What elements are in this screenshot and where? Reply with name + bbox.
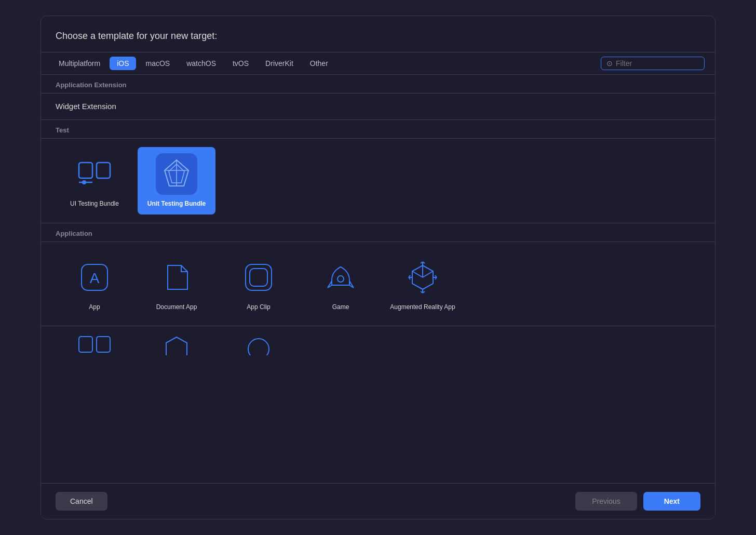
bottom-icon-partial-3 [238, 335, 279, 355]
filter-icon: ⊙ [606, 59, 613, 68]
bottom-partial-row [41, 326, 715, 359]
tabs-container: Multiplatform iOS macOS watchOS tvOS Dri… [51, 52, 335, 74]
bottom-icon-1 [56, 335, 133, 355]
template-dialog: Choose a template for your new target: M… [40, 16, 716, 519]
previous-button[interactable]: Previous [575, 492, 637, 511]
tab-ios[interactable]: iOS [110, 57, 136, 70]
template-item-augmented-reality-app[interactable]: Augmented Reality App [384, 250, 462, 318]
ar-icon-box [402, 257, 443, 298]
next-button[interactable]: Next [643, 492, 700, 511]
bottom-icon-partial-1 [74, 335, 115, 355]
bottom-icon-3 [220, 335, 298, 355]
svg-rect-0 [79, 163, 92, 178]
svg-marker-31 [166, 337, 187, 355]
bottom-icon-partial-2 [156, 335, 197, 355]
test-items-grid: UI Testing Bundle Unit Testing Bundle [56, 147, 700, 215]
unit-test-icon-box [156, 153, 197, 195]
template-item-unit-testing-bundle[interactable]: Unit Testing Bundle [138, 147, 215, 215]
widget-extension-label: Widget Extension [56, 102, 116, 111]
svg-rect-30 [97, 337, 110, 352]
ui-test-icon-box [74, 153, 115, 195]
tab-driverkit[interactable]: DriverKit [258, 57, 301, 70]
dialog-footer: Cancel Previous Next [41, 483, 715, 519]
template-item-app[interactable]: A App [56, 250, 133, 318]
clip-icon-box [238, 257, 279, 298]
tab-other[interactable]: Other [303, 57, 335, 70]
svg-rect-1 [97, 163, 110, 178]
section-header-test: Test [41, 120, 715, 139]
template-item-document-app[interactable]: Document App [138, 250, 215, 318]
svg-point-12 [338, 276, 344, 282]
svg-point-32 [248, 339, 269, 355]
svg-point-3 [82, 180, 86, 184]
filter-box[interactable]: ⊙ [601, 57, 705, 70]
svg-line-16 [423, 271, 433, 277]
dialog-title: Choose a template for your new target: [41, 31, 715, 52]
tab-tvos[interactable]: tvOS [225, 57, 256, 70]
test-section-content: UI Testing Bundle Unit Testing Bundle [41, 139, 715, 223]
application-items-grid: A App Document App [56, 250, 700, 318]
section-header-application: Application [41, 223, 715, 242]
app-label: App [89, 303, 100, 312]
app-icon-box: A [74, 257, 115, 298]
augmented-reality-app-label: Augmented Reality App [390, 303, 455, 312]
document-icon-box [156, 257, 197, 298]
unit-testing-bundle-label: Unit Testing Bundle [147, 200, 206, 208]
navigation-buttons: Previous Next [575, 492, 700, 511]
widget-extension-row: Widget Extension [41, 93, 715, 120]
template-item-app-clip[interactable]: App Clip [220, 250, 298, 318]
template-item-ui-testing-bundle[interactable]: UI Testing Bundle [56, 147, 133, 215]
bottom-icon-2 [138, 335, 215, 355]
tab-multiplatform[interactable]: Multiplatform [51, 57, 107, 70]
cancel-button[interactable]: Cancel [56, 492, 107, 511]
template-item-game[interactable]: Game [302, 250, 380, 318]
svg-rect-29 [79, 337, 92, 352]
application-section-content: A App Document App [41, 242, 715, 327]
svg-rect-11 [250, 269, 267, 286]
ui-testing-bundle-label: UI Testing Bundle [70, 200, 119, 208]
svg-line-15 [412, 271, 423, 277]
tab-macos[interactable]: macOS [138, 57, 177, 70]
content-area: Application Extension Widget Extension T… [41, 75, 715, 483]
filter-input[interactable] [616, 59, 688, 68]
game-label: Game [332, 303, 349, 312]
section-header-application-extension: Application Extension [41, 75, 715, 93]
tab-watchos[interactable]: watchOS [179, 57, 223, 70]
game-icon-box [320, 257, 361, 298]
svg-text:A: A [90, 270, 100, 286]
tab-bar: Multiplatform iOS macOS watchOS tvOS Dri… [41, 52, 715, 75]
app-clip-label: App Clip [247, 303, 270, 312]
document-app-label: Document App [156, 303, 197, 312]
